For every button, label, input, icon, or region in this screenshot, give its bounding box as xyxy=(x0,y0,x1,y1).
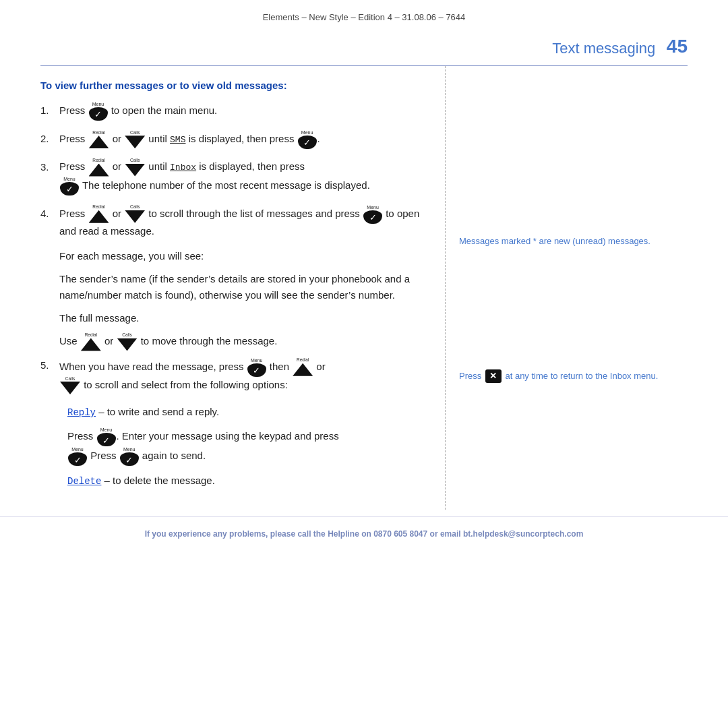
menu-check-button-2: Menu ✓ xyxy=(298,130,317,149)
redial-up-button-4: Redial xyxy=(89,205,109,223)
footer: If you experience any problems, please c… xyxy=(0,516,728,551)
step-1-num: 1. xyxy=(40,102,59,119)
page-number: 45 xyxy=(667,36,688,57)
calls-down-button-4: Calls xyxy=(125,205,145,223)
delete-label: Delete xyxy=(67,476,101,487)
inbox-text: Inbox xyxy=(170,162,196,173)
right-note-1-text: Messages marked * are new (unread) messa… xyxy=(459,236,650,246)
delete-option: Delete – to delete the message. xyxy=(67,473,425,489)
calls-down-button-2: Calls xyxy=(125,131,145,149)
right-column: Messages marked * are new (unread) messa… xyxy=(445,66,688,510)
para-use: Use Redial or Calls to move through the … xyxy=(59,333,425,351)
step-3: 3. Press Redial or Calls until Inbox is … xyxy=(40,158,425,196)
step-3-num: 3. xyxy=(40,158,59,175)
step-5-num: 5. xyxy=(40,358,59,371)
step-5: 5. When you have read the message, press… xyxy=(40,358,425,395)
left-column: To view further messages or to view old … xyxy=(40,66,445,510)
step-4-num: 4. xyxy=(40,205,59,222)
right-note-2: Press ✕ at any time to return to the Inb… xyxy=(459,369,688,384)
calls-down-button-use: Calls xyxy=(117,333,138,351)
para-full-msg: The full message. xyxy=(59,310,425,326)
section-title-row: Text messaging 45 xyxy=(0,29,728,61)
menu-check-button-1: Menu ✓ xyxy=(89,102,108,121)
section-heading: To view further messages or to view old … xyxy=(40,80,425,91)
step-2: 2. Press Redial or Calls until SMS is di… xyxy=(40,130,425,149)
reply-option: Reply – to write and send a reply. xyxy=(67,404,425,420)
sms-text: SMS xyxy=(170,135,185,145)
step-2-content: Press Redial or Calls until SMS is displ… xyxy=(59,130,425,149)
redial-up-button-2: Redial xyxy=(89,131,109,149)
redial-up-button-5: Redial xyxy=(293,358,313,376)
calls-down-button-5: Calls xyxy=(60,377,80,395)
menu-check-button-5: Menu ✓ xyxy=(247,358,266,377)
reply-label: Reply xyxy=(67,407,96,418)
footer-text: If you experience any problems, please c… xyxy=(145,529,584,539)
menu-check-button-4: Menu ✓ xyxy=(363,205,382,224)
reply-instructions: Press Menu ✓ . Enter your message using … xyxy=(67,427,425,466)
para-for-each: For each message, you will see: xyxy=(59,248,425,264)
delete-desc: – to delete the message. xyxy=(104,475,215,486)
redial-up-button-3: Redial xyxy=(89,158,109,177)
steps-list: 1. Press Menu ✓ to open the main menu. 2… xyxy=(40,102,425,239)
step-5-content: When you have read the message, press Me… xyxy=(59,358,425,395)
step-4: 4. Press Redial or Calls to scroll throu… xyxy=(40,205,425,239)
step-2-num: 2. xyxy=(40,130,59,147)
step-3-content: Press Redial or Calls until Inbox is dis… xyxy=(59,158,425,196)
menu-check-button-reply: Menu ✓ xyxy=(97,427,116,446)
para-sender: The sender’s name (if the sender’s detai… xyxy=(59,271,425,303)
x-button: ✕ xyxy=(485,369,502,383)
step-4-content: Press Redial or Calls to scroll through … xyxy=(59,205,425,239)
redial-up-button-use: Redial xyxy=(81,333,101,351)
right-note-1: Messages marked * are new (unread) messa… xyxy=(459,235,688,248)
menu-check-button-3: Menu ✓ xyxy=(60,177,79,196)
menu-check-button-reply2: Menu ✓ xyxy=(68,447,87,466)
step-1: 1. Press Menu ✓ to open the main menu. xyxy=(40,102,425,121)
main-content: To view further messages or to view old … xyxy=(0,66,728,510)
reply-desc: – to write and send a reply. xyxy=(98,406,219,417)
page-header: Elements – New Style – Edition 4 – 31.08… xyxy=(0,0,728,29)
menu-check-button-reply3: Menu ✓ xyxy=(120,447,139,466)
section-title: Text messaging xyxy=(552,40,655,57)
step-1-content: Press Menu ✓ to open the main menu. xyxy=(59,102,425,121)
header-title: Elements – New Style – Edition 4 – 31.08… xyxy=(263,12,466,22)
calls-down-button-3: Calls xyxy=(125,158,145,177)
